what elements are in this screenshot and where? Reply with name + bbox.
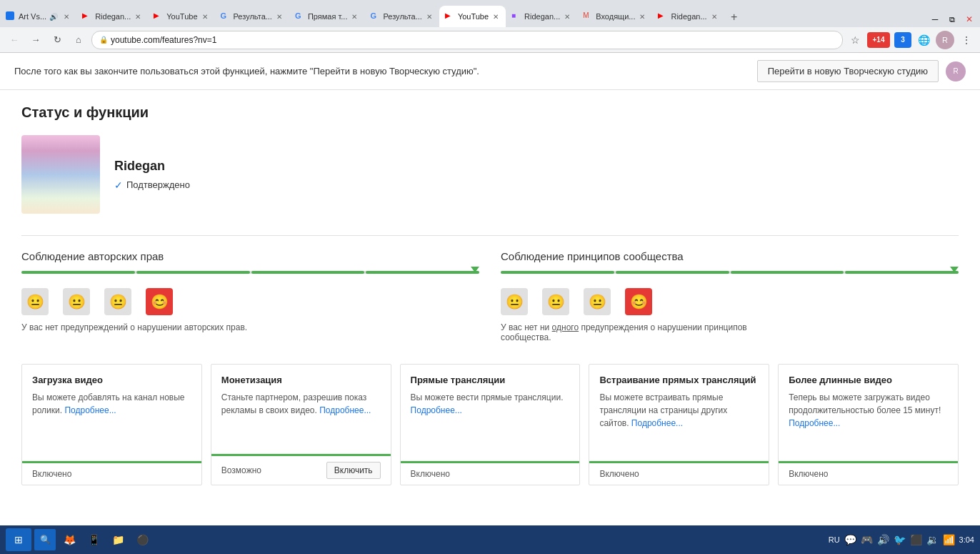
- tab-favicon-twitch: ■: [511, 11, 521, 21]
- tab-results-1[interactable]: G Результа... ✕: [215, 6, 289, 27]
- tab-close-art[interactable]: ✕: [62, 12, 71, 21]
- emoji-4-active: 😊: [146, 288, 173, 315]
- forward-button[interactable]: →: [27, 31, 44, 49]
- cemoji-1: 😐: [501, 288, 528, 315]
- seg1: [21, 271, 135, 274]
- seg3: [251, 271, 365, 274]
- community-status-text: У вас нет ни одного предупреждения о нар…: [501, 322, 786, 342]
- tab-close-ridegan3[interactable]: ✕: [710, 12, 719, 21]
- tab-close-youtube2[interactable]: ✕: [491, 12, 500, 21]
- refresh-button[interactable]: ↻: [49, 31, 66, 49]
- tab-ridegan-1[interactable]: ▶ Ridegan... ✕: [76, 6, 148, 27]
- check-icon: ✓: [114, 179, 123, 191]
- tab-close-ridegan1[interactable]: ✕: [134, 12, 142, 21]
- verified-text: Подтверждено: [126, 179, 190, 190]
- start-button[interactable]: ⊞: [6, 528, 31, 551]
- seg2: [136, 271, 250, 274]
- tab-gmail[interactable]: M Входящи... ✕: [577, 6, 652, 27]
- notifications-button[interactable]: +14: [867, 32, 890, 48]
- main-content: Статус и функции Ridegan ✓ Подтверждено …: [0, 90, 980, 525]
- tab-art-vs[interactable]: Art Vs... 🔊 ✕: [0, 6, 76, 27]
- feature-footer-upload: Включено: [22, 461, 201, 485]
- progress-arrow-copyright: [471, 267, 479, 272]
- tab-title-art: Art Vs...: [19, 12, 46, 21]
- bookmark-button[interactable]: ☆: [847, 32, 863, 48]
- url-text: youtube.com/features?nv=1: [111, 35, 216, 45]
- tab-favicon-gmail: M: [583, 11, 593, 21]
- tab-title-ridegan1: Ridegan...: [95, 12, 131, 21]
- nvidia-icon: ⬛: [910, 534, 922, 545]
- tab-results-2[interactable]: G Результа... ✕: [364, 6, 439, 27]
- notification-bar: После того как вы закончите пользоваться…: [0, 53, 980, 90]
- tab-favicon-yt1: ▶: [82, 11, 92, 21]
- twitter-icon: 🐦: [894, 534, 906, 545]
- tab-youtube-2[interactable]: ▶ YouTube ✕: [439, 6, 506, 27]
- feature-footer-embed-live: Включено: [589, 461, 769, 485]
- feature-desc-embed-live: Вы можете встраивать прямые трансляции н…: [599, 391, 759, 456]
- cseg2: [616, 271, 729, 274]
- tab-title-ridegan3: Ridegan...: [671, 12, 706, 21]
- copyright-emojis: 😐 😐 😐 😊: [21, 288, 479, 315]
- taskbar-search[interactable]: 🔍: [34, 529, 56, 550]
- feature-link-monetization[interactable]: Подробнее...: [319, 405, 371, 415]
- back-button[interactable]: ←: [6, 31, 23, 49]
- apps-icon: 3: [894, 32, 911, 48]
- tab-favicon-art: [6, 11, 16, 21]
- viber-icon: 📱: [88, 534, 100, 545]
- tab-close-youtube1[interactable]: ✕: [201, 12, 209, 21]
- community-title: Соблюдение принципов сообщества: [501, 250, 959, 262]
- apps-button[interactable]: 3: [894, 32, 911, 48]
- progress-arrow-community: [950, 267, 959, 272]
- translate-icon[interactable]: 🌐: [916, 32, 931, 48]
- feature-link-upload[interactable]: Подробнее...: [64, 405, 116, 415]
- feature-link-long-videos[interactable]: Подробнее...: [789, 418, 840, 428]
- feature-card-monetization: Монетизация Станьте партнером, разрешив …: [211, 364, 391, 485]
- taskbar-locale: RU: [829, 535, 840, 544]
- channel-details: Ridegan ✓ Подтверждено: [114, 159, 190, 191]
- enable-monetization-button[interactable]: Включить: [326, 462, 381, 479]
- feature-title-embed-live: Встраивание прямых трансляций: [599, 375, 759, 385]
- profile-icon[interactable]: R: [936, 31, 954, 49]
- feature-link-live[interactable]: Подробнее...: [411, 405, 462, 415]
- feature-footer-live: Включено: [401, 461, 580, 485]
- tab-pryamaya[interactable]: G Прямая т... ✕: [289, 6, 365, 27]
- taskbar-viber[interactable]: 📱: [83, 529, 104, 550]
- tab-youtube-1[interactable]: ▶ YouTube ✕: [148, 6, 214, 27]
- tab-title-results2: Результа...: [383, 12, 421, 21]
- tab-ridegan-3[interactable]: ▶ Ridegan... ✕: [652, 6, 724, 27]
- copyright-status-text: У вас нет предупреждений о нарушении авт…: [21, 322, 307, 332]
- window-minimize[interactable]: ─: [927, 11, 943, 27]
- lock-icon: 🔒: [99, 36, 108, 44]
- window-restore[interactable]: ⧉: [944, 11, 960, 27]
- url-bar[interactable]: 🔒 youtube.com/features?nv=1: [91, 31, 843, 49]
- audio-icon: 🔊: [49, 13, 58, 21]
- window-close[interactable]: ✕: [961, 11, 977, 27]
- feature-link-embed-live[interactable]: Подробнее...: [631, 418, 683, 428]
- tab-favicon-yt2: ▶: [154, 11, 164, 21]
- channel-name: Ridegan: [114, 159, 190, 174]
- taskbar: ⊞ 🔍 🦊 📱 📁 ⚫ RU 💬 🎮 🔊 🐦 ⬛: [0, 525, 980, 554]
- studio-button[interactable]: Перейти в новую Творческую студию: [757, 60, 939, 82]
- tab-close-pryamaya[interactable]: ✕: [350, 12, 359, 21]
- tab-close-ridegan2[interactable]: ✕: [563, 12, 571, 21]
- taskbar-firefox[interactable]: 🦊: [59, 529, 80, 550]
- menu-icon[interactable]: ⋮: [959, 32, 974, 48]
- status-grid: Соблюдение авторских прав 😐 😐 😐: [21, 250, 959, 342]
- tab-ridegan-twitch[interactable]: ■ Ridegan... ✕: [506, 6, 577, 27]
- copyright-title: Соблюдение авторских прав: [21, 250, 479, 262]
- channel-avatar: [21, 135, 100, 214]
- new-tab-button[interactable]: +: [724, 7, 744, 27]
- taskbar-app5[interactable]: ⚫: [131, 529, 153, 550]
- tab-close-results2[interactable]: ✕: [425, 12, 434, 21]
- address-bar: ← → ↻ ⌂ 🔒 youtube.com/features?nv=1 ☆ +1…: [0, 27, 980, 53]
- discord-icon: 💬: [844, 534, 856, 545]
- taskbar-explorer[interactable]: 📁: [107, 529, 129, 550]
- notification-actions: Перейти в новую Творческую студию R: [757, 60, 966, 82]
- taskbar-left: ⊞ 🔍 🦊 📱 📁 ⚫: [6, 528, 153, 551]
- cemoji-4-active: 😊: [625, 288, 652, 315]
- tab-close-gmail[interactable]: ✕: [638, 12, 646, 21]
- tab-close-results1[interactable]: ✕: [275, 12, 284, 21]
- home-button[interactable]: ⌂: [70, 31, 87, 49]
- feature-card-embed-live: Встраивание прямых трансляций Вы можете …: [589, 364, 769, 485]
- bell-icon: +14: [867, 32, 890, 48]
